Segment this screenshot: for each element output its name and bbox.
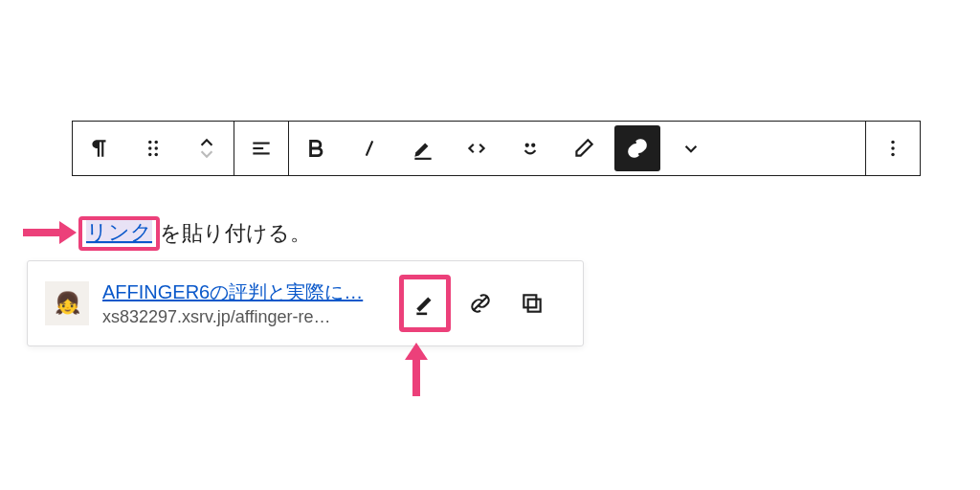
code-icon[interactable] — [450, 122, 503, 175]
link-preview-popover: 👧 AFFINGER6の評判と実際に… xs832297.xsrv.jp/aff… — [27, 260, 584, 346]
move-updown-icon[interactable] — [180, 122, 234, 175]
svg-marker-18 — [59, 221, 77, 244]
chevron-down-icon[interactable] — [664, 122, 718, 175]
drag-handle-icon[interactable] — [126, 122, 180, 175]
link-popup-actions — [399, 275, 554, 332]
svg-point-1 — [155, 141, 158, 144]
svg-point-16 — [891, 153, 894, 156]
link-url: xs832297.xsrv.jp/affinger-re… — [102, 307, 380, 327]
svg-line-20 — [473, 296, 487, 310]
copy-icon — [520, 291, 545, 316]
italic-icon[interactable] — [343, 122, 396, 175]
svg-point-14 — [891, 141, 894, 144]
svg-point-12 — [532, 145, 534, 146]
paragraph-content[interactable]: リンク を貼り付ける。 — [78, 216, 311, 251]
paragraph-rest: を貼り付ける。 — [160, 219, 311, 248]
annotation-arrow-up-icon — [402, 343, 431, 398]
block-toolbar — [72, 121, 921, 176]
svg-point-5 — [155, 153, 158, 156]
edit-link-button[interactable] — [399, 275, 451, 332]
svg-point-2 — [148, 146, 151, 149]
svg-rect-22 — [523, 295, 536, 307]
svg-point-0 — [148, 141, 151, 144]
more-icon[interactable] — [866, 122, 920, 175]
align-icon[interactable] — [234, 122, 288, 175]
svg-point-11 — [526, 145, 528, 146]
paragraph-icon[interactable] — [73, 122, 126, 175]
clear-icon[interactable] — [557, 122, 611, 175]
toolbar-group-more — [866, 122, 920, 175]
svg-line-9 — [367, 141, 373, 155]
emoji-icon[interactable] — [503, 122, 557, 175]
copy-link-button[interactable] — [510, 281, 554, 325]
unlink-button[interactable] — [458, 281, 502, 325]
highlight-icon[interactable] — [396, 122, 450, 175]
link-icon[interactable] — [614, 125, 660, 171]
svg-point-4 — [148, 153, 151, 156]
annotation-highlight-linkword: リンク — [78, 216, 160, 251]
link-title[interactable]: AFFINGER6の評判と実際に… — [102, 279, 380, 305]
svg-point-15 — [891, 146, 894, 149]
bold-icon[interactable] — [289, 122, 343, 175]
svg-rect-21 — [528, 300, 541, 312]
avatar-emoji: 👧 — [55, 291, 80, 316]
edit-icon — [412, 291, 437, 316]
svg-marker-23 — [405, 343, 428, 360]
svg-point-3 — [155, 146, 158, 149]
annotation-arrow-right-icon — [21, 218, 77, 247]
toolbar-group-inline — [289, 122, 866, 175]
toolbar-group-align — [234, 122, 289, 175]
link-texts: AFFINGER6の評判と実際に… xs832297.xsrv.jp/affin… — [102, 279, 380, 327]
link-text[interactable]: リンク — [86, 220, 152, 244]
unlink-icon — [468, 291, 493, 316]
toolbar-group-block — [73, 122, 234, 175]
link-thumbnail: 👧 — [45, 281, 89, 325]
